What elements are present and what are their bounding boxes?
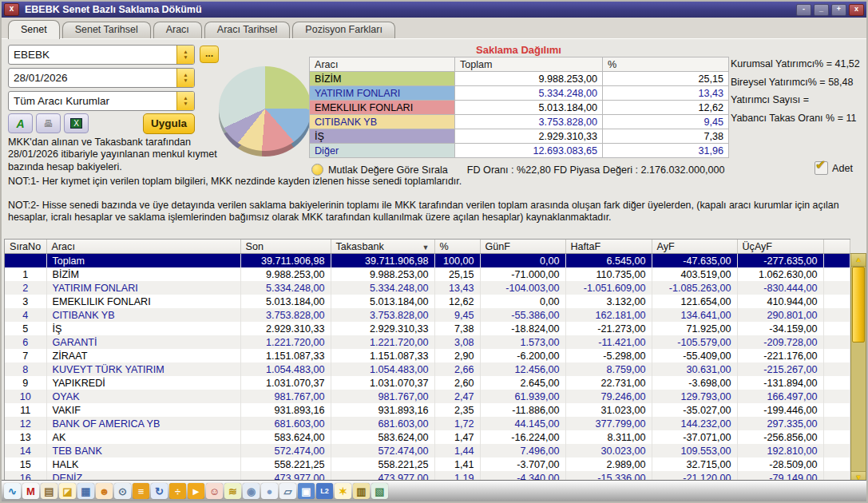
shade-button[interactable]: _ bbox=[814, 4, 829, 16]
spinner-arrows-icon[interactable]: ▲▼ bbox=[176, 92, 194, 110]
cell: 7,38 bbox=[434, 322, 480, 335]
main-col-günf[interactable]: GünF bbox=[480, 240, 565, 254]
tab-pozisyon-farkları[interactable]: Pozisyon Farkları bbox=[292, 22, 395, 38]
cell: 9.988.253,00 bbox=[331, 267, 434, 281]
main-col-[interactable]: % bbox=[434, 240, 480, 254]
table-row-citibank-yb[interactable]: 4CITIBANK YB3.753.828,003.753.828,009,45… bbox=[5, 308, 850, 322]
cell: 558.221,25 bbox=[240, 457, 331, 471]
cell: 473.977,00 bbox=[240, 471, 331, 480]
monitor-chart-icon[interactable]: ▦ bbox=[77, 483, 94, 499]
image-icon[interactable]: ▧ bbox=[371, 483, 388, 499]
table-row-oyak[interactable]: 10OYAK981.767,00981.767,002,4761.939,007… bbox=[5, 390, 850, 403]
main-col-aracı[interactable]: Aracı bbox=[46, 240, 240, 254]
line-chart-icon[interactable]: ∿ bbox=[4, 483, 21, 499]
cell: 931.893,16 bbox=[331, 403, 434, 417]
sparkle-icon[interactable]: ✶ bbox=[335, 483, 351, 499]
sliders-icon[interactable]: ≡ bbox=[133, 483, 149, 499]
tab-aracı[interactable]: Aracı bbox=[153, 22, 202, 38]
table-row-yapikredi[interactable]: 9YAPIKREDİ1.031.070,371.031.070,372,602.… bbox=[5, 376, 850, 390]
table-row-emeklilik-fonlari[interactable]: 3EMEKLILIK FONLARI5.013.184,005.013.184,… bbox=[5, 295, 850, 308]
main-col-haftaf[interactable]: HaftaF bbox=[565, 240, 652, 254]
symbol-combobox[interactable]: EBEBK ▲▼ bbox=[8, 45, 195, 65]
table-row-yatirim-fonlari[interactable]: 2YATIRIM FONLARI5.334.248,005.334.248,00… bbox=[5, 281, 850, 295]
cell: 11 bbox=[5, 403, 46, 417]
main-col-takasbank[interactable]: Takasbank▼ bbox=[331, 240, 434, 254]
apply-button[interactable]: Uygula bbox=[143, 113, 195, 134]
cell: 9.988.253,00 bbox=[240, 267, 331, 281]
table-row-bi-zi-m[interactable]: 1BİZİM9.988.253,009.988.253,0025,15-71.0… bbox=[5, 267, 850, 281]
tab-aracı-tarihsel[interactable]: Aracı Tarihsel bbox=[204, 22, 291, 38]
cell: 931.893,16 bbox=[240, 403, 331, 417]
table-row-deni-z[interactable]: 16DENİZ473.977,00473.977,001,19-4.340,00… bbox=[5, 471, 850, 480]
maximize-button[interactable]: + bbox=[831, 4, 846, 16]
cell: 1.054.483,00 bbox=[331, 362, 434, 376]
matriks-logo-icon[interactable]: M bbox=[22, 483, 39, 499]
sort-desc-icon[interactable]: ▼ bbox=[422, 244, 430, 252]
table-row-garanti[interactable]: 6GARANTİ1.221.720,001.221.720,003,081.57… bbox=[5, 335, 850, 349]
table-row-bank-of-america-yb[interactable]: 12BANK OF AMERICA YB681.603,00681.603,00… bbox=[5, 417, 850, 430]
saklama-cell: 5.013.184,00 bbox=[455, 101, 603, 115]
cell: 14 bbox=[5, 444, 46, 457]
sort-radio-button[interactable] bbox=[311, 164, 323, 176]
spinner-arrows-icon[interactable]: ▲▼ bbox=[176, 46, 194, 64]
archive-icon[interactable]: ▥ bbox=[353, 483, 370, 499]
scroll-up-icon[interactable]: ▲ bbox=[851, 254, 866, 267]
doc-search-icon[interactable]: ▱ bbox=[279, 483, 296, 499]
wave-pattern-icon[interactable]: ≋ bbox=[224, 483, 241, 499]
main-col-son[interactable]: Son bbox=[240, 240, 331, 254]
cell bbox=[823, 335, 850, 349]
print-button[interactable]: 🖶 bbox=[36, 113, 61, 133]
saklama-cell: 12,62 bbox=[603, 101, 729, 115]
cell: 572.474,00 bbox=[240, 444, 331, 457]
pushpin-icon[interactable]: ◉ bbox=[243, 483, 260, 499]
description-text: MKK'dan alınan ve Takasbank tarafından 2… bbox=[8, 137, 225, 173]
main-col-üçayf[interactable]: ÜçAyF bbox=[737, 240, 823, 254]
play-icon[interactable]: ► bbox=[188, 483, 204, 499]
l2-icon[interactable]: L2 bbox=[316, 483, 333, 499]
minimize-button[interactable]: - bbox=[796, 4, 811, 16]
divide-icon[interactable]: ÷ bbox=[169, 483, 186, 499]
refresh-icon[interactable]: ↻ bbox=[151, 483, 168, 499]
alert-user-icon[interactable]: ☺ bbox=[206, 483, 223, 499]
date-combobox[interactable]: 28/01/2026 ▲▼ bbox=[8, 68, 195, 88]
main-col-ayf[interactable]: AyF bbox=[652, 240, 737, 254]
close-button[interactable]: x bbox=[849, 4, 864, 16]
table-row-teb-bank[interactable]: 14TEB BANK572.474,00572.474,001,447.496,… bbox=[5, 444, 850, 457]
symbol-browse-button[interactable]: ... bbox=[200, 46, 219, 63]
table-row-i-ş[interactable]: 5İŞ2.929.310,332.929.310,337,38-18.824,0… bbox=[5, 322, 850, 335]
cell: BANK OF AMERICA YB bbox=[46, 417, 240, 430]
excel-export-button[interactable]: X bbox=[64, 113, 89, 133]
news-icon[interactable]: ▤ bbox=[41, 483, 57, 499]
spinner-arrows-icon[interactable]: ▲▼ bbox=[176, 69, 194, 87]
table-row-zi-raat[interactable]: 7ZİRAAT1.151.087,331.151.087,332,90-6.20… bbox=[5, 349, 850, 362]
vertical-scrollbar[interactable]: ▲ ▼ bbox=[850, 253, 866, 480]
font-button[interactable]: A bbox=[8, 113, 33, 133]
scrollbar-thumb[interactable] bbox=[852, 267, 865, 343]
cell: 297.335,00 bbox=[737, 417, 823, 430]
table-row-ak[interactable]: 13AK583.624,00583.624,001,47-16.224,008.… bbox=[5, 430, 850, 444]
scroll-down-icon[interactable]: ▼ bbox=[851, 471, 866, 480]
table-row-vakif[interactable]: 11VAKIF931.893,16931.893,162,35-11.886,0… bbox=[5, 403, 850, 417]
table-row-kuveyt-türk-yatirim[interactable]: 8KUVEYT TÜRK YATIRIM1.054.483,001.054.48… bbox=[5, 362, 850, 376]
cell: -55.386,00 bbox=[480, 308, 565, 322]
tab-senet[interactable]: Senet bbox=[8, 20, 60, 39]
adet-checkbox[interactable]: ✔ bbox=[814, 161, 828, 175]
close-icon[interactable]: x bbox=[4, 3, 19, 16]
cell: -3.698,00 bbox=[652, 376, 737, 390]
cell: 3.132,00 bbox=[565, 295, 652, 308]
main-col-sırano[interactable]: SıraNo bbox=[5, 240, 46, 254]
search-icon[interactable]: ⊙ bbox=[114, 483, 131, 499]
sphere-icon[interactable]: ● bbox=[261, 483, 278, 499]
cell: 7 bbox=[5, 349, 46, 362]
tab-senet-tarihsel[interactable]: Senet Tarihsel bbox=[62, 22, 151, 38]
cell: 8 bbox=[5, 362, 46, 376]
cell: 2,60 bbox=[434, 376, 480, 390]
database-icon[interactable]: ▣ bbox=[298, 483, 315, 499]
check-icon: ✔ bbox=[815, 157, 826, 172]
folder-icon[interactable]: ◪ bbox=[59, 483, 76, 499]
table-row-halk[interactable]: 15HALK558.221,25558.221,251,41-3.707,002… bbox=[5, 457, 850, 471]
saklama-cell: BİZİM bbox=[310, 72, 455, 86]
table-row-toplam[interactable]: Toplam39.711.906,9839.711.906,98100,000,… bbox=[5, 254, 850, 268]
broker-filter-combobox[interactable]: Tüm Aracı Kurumlar ▲▼ bbox=[8, 91, 195, 111]
users-icon[interactable]: ☻ bbox=[96, 483, 113, 499]
